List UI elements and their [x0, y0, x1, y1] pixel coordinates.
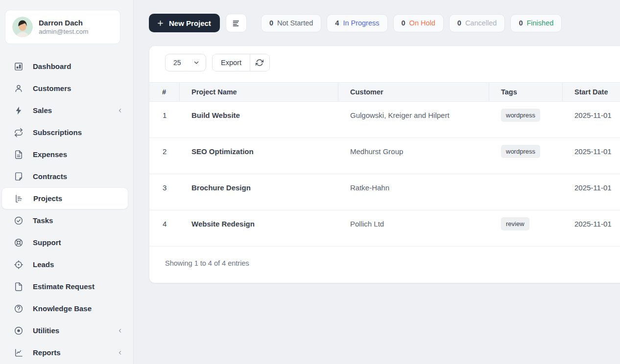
- sidebar-item-knowledge-base[interactable]: Knowledge Base: [0, 297, 133, 319]
- toolbar: New Project 0 Not Started 4 In Progress …: [149, 14, 620, 32]
- avatar: [12, 17, 33, 37]
- sidebar-item-estimate-request[interactable]: Estimate Request: [0, 275, 133, 297]
- filter-finished[interactable]: 0 Finished: [510, 14, 562, 32]
- tasks-icon: [14, 216, 24, 226]
- knowledge-base-icon: [14, 304, 24, 314]
- user-name: Darron Dach: [39, 18, 89, 27]
- contracts-icon: [14, 172, 24, 182]
- sidebar-item-sales[interactable]: Sales: [0, 99, 133, 121]
- user-profile-card[interactable]: Darron Dach admin@test.com: [5, 10, 120, 44]
- new-project-button[interactable]: New Project: [149, 14, 220, 32]
- export-button[interactable]: Export: [213, 54, 250, 71]
- sidebar-item-expenses[interactable]: Expenses: [0, 143, 133, 165]
- sidebar: Darron Dach admin@test.com Dashboard Cus…: [0, 0, 134, 364]
- sidebar-item-leads[interactable]: Leads: [0, 253, 133, 275]
- sidebar-item-reports[interactable]: Reports: [0, 341, 133, 364]
- chevron-left-icon: [117, 327, 123, 334]
- filter-cancelled[interactable]: 0 Cancelled: [449, 14, 505, 32]
- project-name-link[interactable]: SEO Optimization: [180, 138, 338, 174]
- sidebar-nav: Dashboard Customers Sales Subscriptions …: [0, 55, 133, 364]
- tag-badge: review: [501, 217, 529, 230]
- table-header: # Project Name Customer Tags Start Date: [149, 82, 620, 102]
- table-actions-group: Export: [212, 54, 270, 71]
- table-row: 4 Website Redesign Pollich Ltd review 20…: [149, 210, 620, 247]
- sidebar-item-projects[interactable]: Projects: [1, 187, 128, 209]
- sidebar-item-contracts[interactable]: Contracts: [0, 165, 133, 187]
- column-header-tags[interactable]: Tags: [489, 83, 563, 101]
- sidebar-item-dashboard[interactable]: Dashboard: [0, 55, 133, 77]
- user-info: Darron Dach admin@test.com: [39, 18, 89, 36]
- leads-icon: [14, 260, 24, 270]
- table-row: 1 Build Website Gulgowski, Kreiger and H…: [149, 102, 620, 138]
- column-header-number[interactable]: #: [149, 83, 180, 101]
- status-filters: 0 Not Started 4 In Progress 0 On Hold 0 …: [261, 14, 562, 32]
- sidebar-item-customers[interactable]: Customers: [0, 77, 133, 99]
- project-name-link[interactable]: Brochure Design: [180, 174, 338, 210]
- projects-table-card: 25 Export # Project Name Customer Tags S…: [149, 46, 620, 283]
- chevron-down-icon: [193, 59, 200, 66]
- list-lines-icon: [232, 19, 240, 27]
- table-controls: 25 Export: [149, 54, 620, 71]
- table-row: 3 Brochure Design Ratke-Hahn 2025-11-01: [149, 174, 620, 210]
- customers-icon: [14, 84, 24, 93]
- expenses-icon: [14, 150, 24, 159]
- utilities-icon: [14, 326, 24, 336]
- column-header-customer[interactable]: Customer: [338, 83, 489, 101]
- chevron-left-icon: [117, 349, 123, 356]
- tag-badge: wordpress: [501, 145, 540, 158]
- user-email: admin@test.com: [39, 27, 89, 36]
- project-name-link[interactable]: Website Redesign: [180, 210, 338, 246]
- refresh-icon: [256, 59, 263, 67]
- filter-on-hold[interactable]: 0 On Hold: [393, 14, 444, 32]
- table-summary: Showing 1 to 4 of 4 entries: [149, 247, 620, 283]
- projects-icon: [14, 194, 24, 204]
- table-row: 2 SEO Optimization Medhurst Group wordpr…: [149, 138, 620, 174]
- estimate-request-icon: [14, 282, 24, 292]
- reports-icon: [14, 348, 24, 358]
- sidebar-item-subscriptions[interactable]: Subscriptions: [0, 121, 133, 143]
- sidebar-item-support[interactable]: Support: [0, 231, 133, 253]
- main-content: New Project 0 Not Started 4 In Progress …: [134, 0, 620, 364]
- sidebar-item-utilities[interactable]: Utilities: [0, 319, 133, 341]
- support-icon: [14, 238, 24, 248]
- project-name-link[interactable]: Build Website: [180, 102, 338, 137]
- view-options-button[interactable]: [226, 14, 247, 32]
- page-size-select[interactable]: 25: [165, 54, 206, 71]
- sales-icon: [14, 106, 24, 115]
- column-header-project-name[interactable]: Project Name: [180, 83, 338, 101]
- dashboard-icon: [14, 62, 24, 71]
- filter-not-started[interactable]: 0 Not Started: [261, 14, 321, 32]
- tag-badge: wordpress: [501, 109, 540, 122]
- plus-icon: [156, 19, 165, 27]
- column-header-start-date[interactable]: Start Date: [563, 83, 620, 101]
- chevron-left-icon: [117, 107, 123, 114]
- filter-in-progress[interactable]: 4 In Progress: [327, 14, 387, 32]
- sidebar-item-tasks[interactable]: Tasks: [0, 209, 133, 231]
- subscriptions-icon: [14, 128, 24, 137]
- refresh-button[interactable]: [250, 54, 269, 71]
